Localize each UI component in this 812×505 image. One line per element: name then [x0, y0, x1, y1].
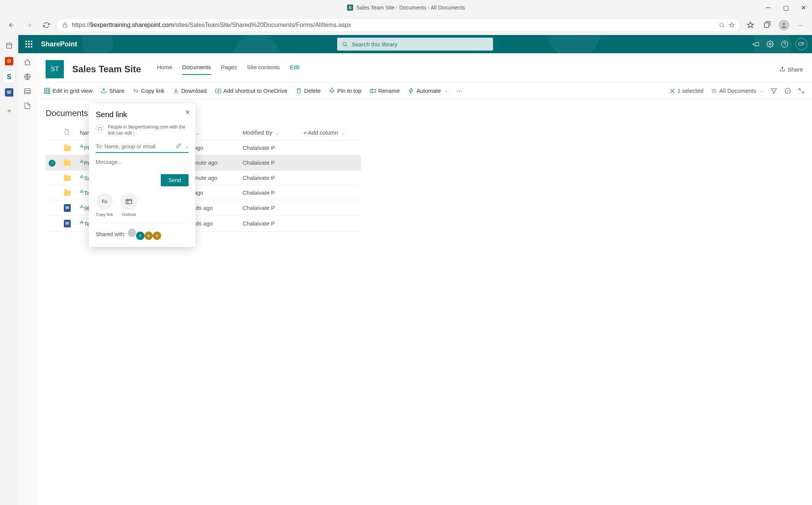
svg-point-6 — [769, 43, 771, 45]
lock-icon — [62, 22, 68, 28]
cmd-rename[interactable]: Rename — [370, 87, 400, 94]
svg-rect-14 — [98, 128, 102, 130]
globe-icon[interactable] — [24, 73, 31, 81]
nav-edit[interactable]: Edit — [290, 64, 300, 75]
site-header: ST Sales Team Site Home Documents Pages … — [36, 53, 812, 83]
cmd-overflow[interactable]: ⋯ — [457, 87, 462, 94]
list-icon[interactable] — [24, 87, 31, 95]
word-doc-icon: W — [64, 204, 71, 212]
view-switcher[interactable]: All Documents⌄ — [711, 87, 763, 94]
svg-rect-0 — [63, 25, 67, 27]
send-link-dialog: ✕ Send link People in 9experttraining.co… — [89, 103, 195, 247]
chevron-down-icon[interactable]: ⌄ — [185, 144, 189, 149]
site-rail — [18, 53, 36, 505]
megaphone-icon[interactable] — [752, 40, 760, 48]
shared-avatar[interactable]: s — [153, 232, 161, 240]
briefcase-icon — [96, 124, 104, 133]
sharepoint-icon: S — [347, 5, 353, 11]
nav-site-contents[interactable]: Site contents — [247, 64, 280, 75]
nav-documents[interactable]: Documents — [182, 64, 211, 75]
share-site-button[interactable]: Share — [779, 66, 803, 73]
svg-rect-2 — [764, 23, 769, 27]
profile-button[interactable] — [776, 17, 791, 33]
browser-toolbar: https://9experttraining.sharepoint.com/s… — [0, 15, 812, 35]
share-icon — [779, 66, 785, 72]
copy-link-action[interactable]: Copy link — [96, 193, 113, 217]
favorites-icon[interactable] — [743, 17, 758, 33]
shared-avatar[interactable]: s — [144, 232, 153, 240]
svg-rect-10 — [44, 88, 50, 94]
cmd-download[interactable]: Download — [173, 87, 207, 94]
app-rail: O S W + — [0, 35, 18, 505]
back-button[interactable] — [4, 17, 19, 33]
cmd-delete[interactable]: Delete — [296, 87, 320, 94]
svg-rect-4 — [6, 43, 12, 48]
suite-bar: SharePoint Search this library CP — [18, 35, 812, 53]
app-launcher-icon[interactable] — [23, 38, 35, 50]
folder-icon — [64, 160, 71, 166]
favorite-line-icon[interactable] — [729, 22, 735, 28]
svg-rect-15 — [126, 199, 132, 204]
shared-avatar[interactable]: s — [136, 232, 144, 240]
refresh-button[interactable] — [39, 17, 54, 33]
file-type-icon — [64, 129, 69, 135]
selection-count[interactable]: 1 selected — [670, 87, 703, 94]
outlook-action[interactable]: Outlook — [121, 193, 137, 217]
maximize-button[interactable]: ▢ — [777, 0, 795, 15]
recipient-input[interactable] — [96, 143, 176, 149]
shared-avatar[interactable] — [128, 229, 136, 237]
sharepoint-app-icon[interactable]: S — [3, 71, 15, 83]
shared-with-label: Shared with: — [96, 231, 125, 237]
cmd-add-shortcut[interactable]: Add shortcut to OneDrive — [215, 87, 287, 94]
svg-rect-9 — [24, 89, 30, 94]
window-titlebar: S Sales Team Site - Documents - All Docu… — [0, 0, 812, 15]
address-bar[interactable]: https://9experttraining.sharepoint.com/s… — [56, 18, 741, 32]
message-input[interactable] — [96, 157, 189, 174]
cmd-pin[interactable]: Pin to top — [329, 87, 361, 94]
forward-button[interactable] — [21, 17, 36, 33]
cmd-share[interactable]: Share — [101, 87, 124, 94]
settings-icon[interactable] — [766, 40, 774, 48]
site-title: Sales Team Site — [72, 64, 141, 75]
folder-icon — [64, 146, 71, 151]
close-button[interactable]: ✕ — [795, 0, 812, 15]
folder-icon — [64, 176, 71, 181]
search-input[interactable]: Search this library — [337, 38, 493, 51]
tab-icon[interactable] — [3, 40, 15, 52]
edit-permissions-icon[interactable] — [176, 143, 181, 150]
dialog-close-button[interactable]: ✕ — [185, 109, 190, 116]
cmd-automate[interactable]: Automate⌄ — [408, 87, 448, 94]
word-app-icon[interactable]: W — [5, 88, 13, 97]
col-modified-by[interactable]: Modified By ⌄ — [239, 125, 300, 140]
dialog-title: Send link — [96, 110, 189, 119]
add-app-button[interactable]: + — [3, 105, 15, 117]
cmd-copy-link[interactable]: Copy link — [133, 87, 165, 94]
collections-icon[interactable] — [760, 17, 775, 33]
site-logo[interactable]: ST — [46, 60, 64, 78]
file-icon[interactable] — [24, 102, 31, 110]
word-doc-icon: W — [64, 220, 71, 227]
zoom-icon[interactable] — [719, 22, 725, 28]
col-add[interactable]: + Add column ⌄ — [300, 125, 361, 140]
folder-icon — [64, 191, 71, 196]
svg-point-5 — [343, 42, 346, 46]
svg-rect-12 — [370, 89, 376, 92]
info-icon[interactable] — [785, 88, 791, 94]
user-avatar[interactable]: CP — [795, 38, 807, 50]
search-icon — [342, 41, 348, 47]
help-icon[interactable] — [781, 40, 788, 48]
nav-pages[interactable]: Pages — [221, 64, 237, 75]
send-button[interactable]: Send — [161, 174, 189, 186]
more-button[interactable]: ⋯ — [793, 17, 808, 33]
filter-icon[interactable] — [771, 88, 777, 94]
window-title: Sales Team Site - Documents - All Docume… — [356, 5, 465, 11]
minimize-button[interactable]: ─ — [760, 0, 777, 15]
nav-home[interactable]: Home — [157, 64, 172, 75]
office-icon[interactable]: O — [5, 57, 13, 65]
cmd-edit-grid[interactable]: Edit in grid view — [44, 87, 92, 94]
checkmark-icon[interactable]: ✓ — [49, 160, 56, 167]
link-settings-button[interactable]: People in 9experttraining.com with the l… — [96, 124, 189, 136]
home-icon[interactable] — [24, 59, 31, 66]
expand-icon[interactable] — [798, 88, 804, 94]
suite-brand[interactable]: SharePoint — [41, 40, 77, 48]
